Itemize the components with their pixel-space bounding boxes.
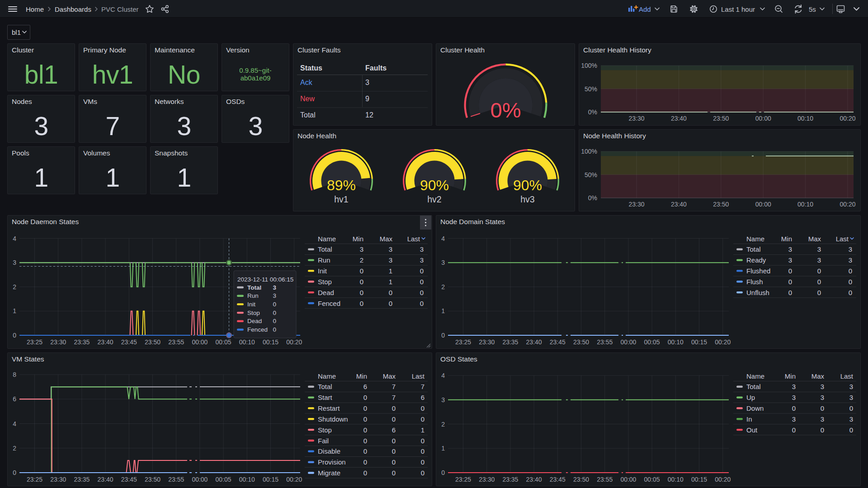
svg-text:89%: 89% <box>327 177 356 193</box>
svg-text:00:10: 00:10 <box>239 338 255 346</box>
svg-text:0: 0 <box>13 469 16 476</box>
svg-text:Name: Name <box>318 372 336 380</box>
svg-text:hv3: hv3 <box>520 194 534 204</box>
svg-text:Up: Up <box>746 394 755 401</box>
svg-text:23:30: 23:30 <box>50 338 66 346</box>
svg-text:Total: Total <box>318 245 332 253</box>
svg-text:23:35: 23:35 <box>502 476 518 483</box>
svg-text:3: 3 <box>360 245 363 253</box>
svg-text:0: 0 <box>392 404 396 412</box>
svg-text:23:50: 23:50 <box>145 476 160 483</box>
svg-text:Stop: Stop <box>247 310 260 316</box>
svg-text:1: 1 <box>441 445 445 452</box>
svg-text:0: 0 <box>363 415 367 423</box>
svg-text:0: 0 <box>273 318 276 324</box>
svg-text:Flush: Flush <box>746 278 763 286</box>
svg-text:0: 0 <box>360 300 363 307</box>
svg-text:00:00: 00:00 <box>192 338 208 346</box>
svg-text:3: 3 <box>788 256 792 264</box>
svg-text:Total: Total <box>247 284 261 291</box>
svg-text:3: 3 <box>817 256 821 264</box>
svg-text:00:00: 00:00 <box>755 115 771 122</box>
svg-text:0: 0 <box>360 267 363 275</box>
svg-text:0: 0 <box>363 437 367 445</box>
svg-text:23:30: 23:30 <box>479 338 495 346</box>
svg-text:0: 0 <box>392 469 396 477</box>
svg-text:0: 0 <box>273 301 276 308</box>
svg-text:3: 3 <box>849 415 853 423</box>
svg-text:3: 3 <box>792 383 796 390</box>
svg-text:3: 3 <box>13 259 16 266</box>
svg-text:23:35: 23:35 <box>74 338 90 346</box>
svg-text:Min: Min <box>353 235 363 243</box>
svg-text:0: 0 <box>392 437 396 445</box>
svg-text:23:45: 23:45 <box>550 476 566 483</box>
svg-text:3: 3 <box>849 256 852 264</box>
svg-text:0: 0 <box>821 426 824 434</box>
svg-text:hv1: hv1 <box>334 194 348 204</box>
svg-text:7: 7 <box>392 394 396 401</box>
svg-text:23:30: 23:30 <box>628 115 644 122</box>
svg-text:0: 0 <box>421 404 425 412</box>
svg-text:0: 0 <box>421 458 425 466</box>
svg-text:23:40: 23:40 <box>671 201 687 208</box>
svg-text:00:15: 00:15 <box>691 476 707 483</box>
svg-text:Flushed: Flushed <box>746 267 770 275</box>
svg-text:Unflush: Unflush <box>746 289 769 296</box>
svg-text:23:25: 23:25 <box>27 476 42 483</box>
svg-text:Dead: Dead <box>318 289 334 296</box>
svg-text:Down: Down <box>746 404 764 412</box>
svg-text:23:50: 23:50 <box>573 338 589 346</box>
svg-text:Init: Init <box>247 301 255 308</box>
svg-text:Fail: Fail <box>318 437 329 445</box>
svg-text:00:05: 00:05 <box>644 338 660 346</box>
svg-text:Max: Max <box>811 372 825 380</box>
svg-text:0: 0 <box>788 267 792 275</box>
svg-text:Total: Total <box>746 245 761 253</box>
svg-text:00:15: 00:15 <box>263 476 278 483</box>
svg-text:00:00: 00:00 <box>755 201 771 208</box>
svg-text:Name: Name <box>746 235 764 243</box>
svg-text:Stop: Stop <box>318 426 332 434</box>
svg-text:Migrate: Migrate <box>318 469 340 477</box>
svg-text:0: 0 <box>421 437 425 445</box>
svg-text:0: 0 <box>420 300 424 307</box>
svg-text:23:50: 23:50 <box>713 201 729 208</box>
svg-text:23:55: 23:55 <box>168 338 184 346</box>
svg-text:Stop: Stop <box>318 278 332 286</box>
svg-text:50%: 50% <box>585 85 597 93</box>
svg-text:00:20: 00:20 <box>840 115 855 122</box>
svg-text:3: 3 <box>389 245 392 253</box>
svg-text:23:50: 23:50 <box>145 338 160 346</box>
svg-text:0: 0 <box>441 469 445 476</box>
svg-text:2: 2 <box>13 445 16 452</box>
svg-text:0: 0 <box>788 278 792 286</box>
svg-text:8: 8 <box>13 371 16 378</box>
svg-text:Disable: Disable <box>318 447 340 455</box>
svg-text:1: 1 <box>13 307 16 314</box>
svg-text:0: 0 <box>392 447 396 455</box>
svg-text:Last: Last <box>412 372 425 380</box>
svg-text:Start: Start <box>318 394 333 401</box>
svg-text:100%: 100% <box>581 148 597 155</box>
svg-text:1: 1 <box>389 267 392 275</box>
svg-text:0: 0 <box>363 394 367 401</box>
svg-text:0: 0 <box>392 415 396 423</box>
svg-text:3: 3 <box>273 292 276 299</box>
svg-text:3: 3 <box>792 394 796 401</box>
svg-text:3: 3 <box>821 394 824 401</box>
svg-text:3: 3 <box>821 415 824 423</box>
svg-text:00:20: 00:20 <box>840 201 855 208</box>
svg-text:Min: Min <box>356 372 367 380</box>
svg-text:23:30: 23:30 <box>479 476 495 483</box>
svg-text:23:25: 23:25 <box>455 338 471 346</box>
svg-text:00:05: 00:05 <box>216 476 231 483</box>
svg-text:3: 3 <box>849 245 852 253</box>
svg-text:0: 0 <box>849 404 853 412</box>
svg-text:0: 0 <box>389 289 392 296</box>
svg-text:00:10: 00:10 <box>668 476 684 483</box>
svg-text:3: 3 <box>273 284 276 291</box>
svg-text:0: 0 <box>441 332 445 339</box>
svg-text:3: 3 <box>817 245 821 253</box>
svg-text:0: 0 <box>363 458 367 466</box>
